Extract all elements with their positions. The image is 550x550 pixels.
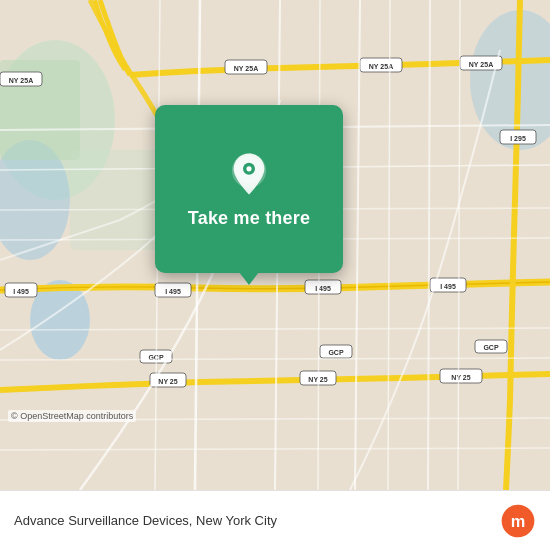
- svg-text:I 495: I 495: [13, 288, 29, 295]
- bottom-bar: Advance Surveillance Devices, New York C…: [0, 490, 550, 550]
- take-me-there-button-label: Take me there: [188, 208, 310, 229]
- svg-text:NY 25: NY 25: [158, 378, 177, 385]
- svg-text:I 495: I 495: [440, 283, 456, 290]
- svg-text:I 295: I 295: [510, 135, 526, 142]
- map-container: I 495 I 495 I 495 I 495 NY 25A NY 25A NY…: [0, 0, 550, 490]
- svg-text:NY 25A: NY 25A: [469, 61, 493, 68]
- location-label: Advance Surveillance Devices, New York C…: [14, 513, 277, 528]
- svg-text:GCP: GCP: [483, 344, 499, 351]
- svg-text:I 495: I 495: [165, 288, 181, 295]
- osm-attribution: © OpenStreetMap contributors: [8, 410, 136, 422]
- moovit-logo-icon: m: [500, 503, 536, 539]
- svg-text:NY 25A: NY 25A: [234, 65, 258, 72]
- svg-text:NY 25: NY 25: [451, 374, 470, 381]
- location-pin-icon: [225, 150, 273, 198]
- svg-point-41: [246, 166, 251, 171]
- svg-point-4: [30, 280, 90, 360]
- svg-text:m: m: [511, 511, 526, 529]
- svg-text:NY 25A: NY 25A: [9, 77, 33, 84]
- svg-text:GCP: GCP: [328, 349, 344, 356]
- moovit-logo: m: [500, 503, 536, 539]
- popup-card[interactable]: Take me there: [155, 105, 343, 273]
- svg-text:I 495: I 495: [315, 285, 331, 292]
